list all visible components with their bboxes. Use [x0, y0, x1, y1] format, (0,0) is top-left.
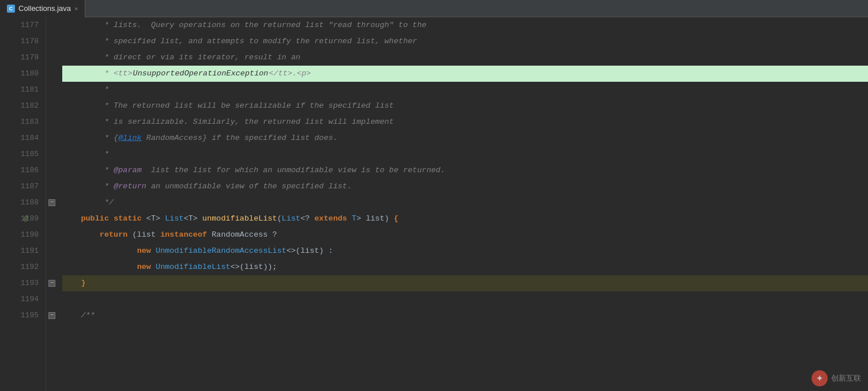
code-line-1193[interactable]: }: [62, 275, 868, 291]
watermark-text: 创新互联: [831, 373, 861, 384]
fold-gutter-1185: [46, 146, 58, 162]
line-number-1188: 1188: [0, 195, 46, 211]
editor-window: C Collections.java × 1177117811791180118…: [0, 0, 868, 391]
line-number-1192: 1192: [0, 259, 46, 275]
fold-gutter-1189: [46, 211, 58, 227]
line-number-1183: 1183: [0, 114, 46, 130]
code-line-1194[interactable]: [62, 291, 868, 308]
code-line-1179[interactable]: * direct or via its iterator, result in …: [62, 50, 868, 66]
line-number-1190: 1190: [0, 227, 46, 243]
watermark-logo: ✦: [812, 370, 828, 386]
fold-gutter-1186: [46, 162, 58, 179]
code-line-1195[interactable]: /**: [62, 308, 868, 324]
line-number-1179: 1179: [0, 50, 46, 66]
code-line-1181[interactable]: *: [62, 82, 868, 98]
watermark: ✦ 创新互联: [812, 370, 861, 386]
tab-collections-java[interactable]: C Collections.java ×: [0, 0, 85, 17]
fold-button-1195[interactable]: −: [48, 312, 55, 319]
line-number-1178: 1178: [0, 33, 46, 50]
line-number-1187: 1187: [0, 179, 46, 195]
code-line-1180[interactable]: * <tt>UnsupportedOperationException</tt>…: [62, 66, 868, 82]
line-number-1186: 1186: [0, 162, 46, 179]
code-line-1184[interactable]: * {@link RandomAccess} if the specified …: [62, 130, 868, 146]
fold-gutter-1191: [46, 243, 58, 259]
editor-area: 1177117811791180118111821183118411851186…: [0, 17, 868, 391]
fold-gutter: −−−: [46, 17, 58, 391]
fold-gutter-1187: [46, 179, 58, 195]
line-number-1195: 1195: [0, 308, 46, 324]
code-line-1191[interactable]: new UnmodifiableRandomAccessList<>(list)…: [62, 243, 868, 259]
fold-gutter-1181: [46, 82, 58, 98]
line-number-1180: 1180: [0, 66, 46, 82]
fold-gutter-1193[interactable]: −: [46, 275, 58, 291]
code-line-1183[interactable]: * is serializable. Similarly, the return…: [62, 114, 868, 130]
code-line-1192[interactable]: new UnmodifiableList<>(list));: [62, 259, 868, 275]
tab-file-icon: C: [7, 5, 15, 13]
line-number-1194: 1194: [0, 291, 46, 308]
fold-gutter-1177: [46, 17, 58, 33]
line-number-1191: 1191: [0, 243, 46, 259]
tab-close-button[interactable]: ×: [74, 5, 78, 12]
fold-gutter-1188[interactable]: −: [46, 195, 58, 211]
code-line-1185[interactable]: *: [62, 146, 868, 162]
line-number-1184: 1184: [0, 130, 46, 146]
code-line-1178[interactable]: * specified list, and attempts to modify…: [62, 33, 868, 50]
code-line-1177[interactable]: * lists. Query operations on the returne…: [62, 17, 868, 33]
line-numbers-gutter: 1177117811791180118111821183118411851186…: [0, 17, 46, 391]
fold-gutter-1180: [46, 66, 58, 82]
code-line-1182[interactable]: * The returned list will be serializable…: [62, 98, 868, 114]
tab-filename: Collections.java: [18, 4, 71, 13]
tab-bar: C Collections.java ×: [0, 0, 868, 17]
fold-gutter-1178: [46, 33, 58, 50]
line-number-1182: 1182: [0, 98, 46, 114]
line-number-1189: @1189: [0, 211, 46, 227]
fold-gutter-1195[interactable]: −: [46, 308, 58, 324]
fold-gutter-1183: [46, 114, 58, 130]
code-line-1188[interactable]: */: [62, 195, 868, 211]
code-line-1186[interactable]: * @param list the list for which an unmo…: [62, 162, 868, 179]
code-line-1187[interactable]: * @return an unmodifiable view of the sp…: [62, 179, 868, 195]
fold-gutter-1190: [46, 227, 58, 243]
line-number-1193: 1193: [0, 275, 46, 291]
fold-gutter-1179: [46, 50, 58, 66]
code-content[interactable]: * lists. Query operations on the returne…: [58, 17, 868, 391]
fold-gutter-1194: [46, 291, 58, 308]
fold-button-1188[interactable]: −: [48, 199, 55, 206]
line-number-1177: 1177: [0, 17, 46, 33]
fold-gutter-1182: [46, 98, 58, 114]
fold-gutter-1192: [46, 259, 58, 275]
line-number-1185: 1185: [0, 146, 46, 162]
line-number-1181: 1181: [0, 82, 46, 98]
code-line-1189[interactable]: public static <T> List<T> unmodifiableLi…: [62, 211, 868, 227]
code-line-1190[interactable]: return (list instanceof RandomAccess ?: [62, 227, 868, 243]
fold-gutter-1184: [46, 130, 58, 146]
fold-button-1193[interactable]: −: [48, 280, 55, 287]
